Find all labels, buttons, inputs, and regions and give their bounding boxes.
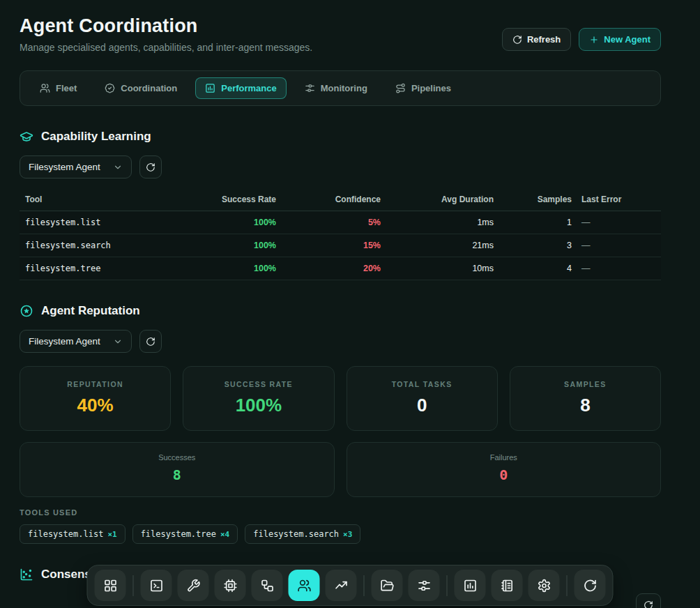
table-row: filesystem.list 100% 5% 1ms 1 — — [20, 211, 661, 234]
tool-chip[interactable]: filesystem.search ×3 — [245, 524, 360, 544]
tab-fleet[interactable]: Fleet — [30, 77, 86, 99]
tool-chip-count: ×3 — [343, 530, 352, 539]
page-header: Agent Coordination Manage specialised ag… — [20, 14, 661, 53]
failures-card: Failures 0 — [347, 442, 662, 497]
stat-label: TOTAL TASKS — [347, 380, 497, 388]
cell-last-error: — — [572, 257, 661, 280]
dock-settings-button[interactable] — [528, 570, 560, 601]
column-header-last-error: Last Error — [572, 189, 661, 211]
cell-last-error: — — [572, 211, 661, 234]
reload-reputation-button[interactable] — [139, 330, 162, 353]
tool-chip-name: filesystem.search — [253, 529, 339, 539]
column-header-samples: Samples — [494, 189, 572, 211]
folder-open-icon — [380, 579, 394, 593]
tab-pipelines[interactable]: Pipelines — [386, 77, 461, 99]
dock-dashboard-button[interactable] — [95, 570, 126, 601]
tools-used-chips: filesystem.list ×1 filesystem.tree ×4 fi… — [20, 524, 661, 544]
star-badge-icon — [20, 304, 33, 318]
cell-confidence: 5% — [276, 211, 381, 234]
table-row: filesystem.tree 100% 20% 10ms 4 — — [20, 257, 661, 280]
trending-up-icon — [334, 579, 348, 593]
cell-avg-duration: 10ms — [381, 257, 494, 280]
column-header-avg-duration: Avg Duration — [381, 189, 494, 211]
cell-samples: 3 — [494, 234, 572, 257]
stat-value: 8 — [510, 395, 660, 416]
settings-icon — [537, 579, 551, 593]
tab-monitoring[interactable]: Monitoring — [295, 77, 377, 99]
table-row: filesystem.search 100% 15% 21ms 3 — — [20, 234, 661, 257]
stat-value: 100% — [183, 395, 333, 416]
new-agent-button[interactable]: New Agent — [579, 28, 661, 51]
rotate-cw-icon — [583, 579, 597, 593]
refresh-icon — [644, 600, 653, 608]
users-icon — [40, 83, 50, 93]
tab-label: Monitoring — [321, 83, 367, 93]
tab-performance[interactable]: Performance — [195, 77, 286, 99]
agent-select-value: Filesystem Agent — [29, 336, 100, 347]
agents-icon — [297, 579, 311, 593]
stat-label: SAMPLES — [510, 380, 660, 388]
workflow-icon — [260, 579, 274, 593]
header-titles: Agent Coordination Manage specialised ag… — [20, 14, 312, 53]
dock-files-button[interactable] — [372, 570, 403, 601]
tool-chip[interactable]: filesystem.tree ×4 — [132, 524, 238, 544]
successes-card: Successes 8 — [20, 442, 335, 497]
dock-logs-button[interactable] — [492, 570, 523, 601]
plus-icon — [589, 35, 599, 45]
stat-card-success-rate: SUCCESS RATE 100% — [183, 366, 334, 431]
refresh-button-label: Refresh — [527, 34, 561, 45]
cpu-icon — [223, 579, 237, 593]
agent-reputation-section: Agent Reputation Filesystem Agent REPUTA… — [20, 304, 661, 544]
refresh-button[interactable]: Refresh — [502, 28, 571, 51]
dock-agents-button[interactable] — [289, 570, 320, 601]
tab-coordination[interactable]: Coordination — [95, 77, 187, 99]
dock-activity-button[interactable] — [326, 570, 357, 601]
tool-chip[interactable]: filesystem.list ×1 — [20, 524, 125, 544]
column-header-tool: Tool — [20, 189, 185, 211]
agent-select[interactable]: Filesystem Agent — [20, 155, 132, 178]
dock-refresh-button[interactable] — [575, 570, 606, 601]
capability-learning-section: Capability Learning Filesystem Agent Too… — [20, 130, 661, 280]
table-header-row: Tool Success Rate Confidence Avg Duratio… — [20, 189, 661, 211]
refresh-icon — [146, 162, 155, 172]
cell-samples: 1 — [494, 211, 572, 234]
outcome-label: Failures — [347, 453, 661, 462]
page-title: Agent Coordination — [20, 15, 312, 37]
dock-divider — [364, 575, 365, 596]
reputation-controls: Filesystem Agent — [20, 330, 661, 353]
cell-success-rate: 100% — [185, 211, 276, 234]
tool-chip-name: filesystem.list — [28, 529, 103, 539]
wrench-icon — [186, 579, 200, 593]
dock-divider — [447, 575, 448, 596]
reload-capabilities-button[interactable] — [139, 155, 162, 178]
badge-icon — [105, 83, 115, 93]
dock-workflow-button[interactable] — [252, 570, 283, 601]
tool-chip-count: ×1 — [107, 530, 116, 539]
cell-confidence: 15% — [276, 234, 381, 257]
tools-used-label: TOOLS USED — [20, 508, 661, 517]
tool-chip-count: ×4 — [220, 530, 229, 539]
dock-monitoring-button[interactable] — [409, 570, 440, 601]
reload-consensus-button[interactable] — [636, 593, 661, 608]
outcome-value: 0 — [347, 466, 661, 483]
reputation-stats: REPUTATION 40% SUCCESS RATE 100% TOTAL T… — [20, 366, 661, 431]
bottom-dock — [87, 565, 614, 606]
chevron-down-icon — [113, 162, 123, 172]
page-subtitle: Manage specialised agents, capabilities,… — [20, 42, 312, 53]
cell-tool: filesystem.list — [20, 211, 185, 234]
dock-tools-button[interactable] — [178, 570, 209, 601]
chart-panel-icon — [205, 83, 215, 93]
cell-samples: 4 — [494, 257, 572, 280]
agent-select[interactable]: Filesystem Agent — [20, 330, 132, 353]
agent-coordination-page: Agent Coordination Manage specialised ag… — [0, 0, 700, 608]
dock-cpu-button[interactable] — [215, 570, 246, 601]
dock-terminal-button[interactable] — [141, 570, 172, 601]
route-icon — [395, 83, 406, 93]
dock-performance-button[interactable] — [455, 570, 486, 601]
section-title: Agent Reputation — [41, 304, 140, 318]
cell-success-rate: 100% — [185, 257, 276, 280]
section-title: Capability Learning — [41, 130, 151, 144]
cell-avg-duration: 21ms — [381, 234, 494, 257]
new-agent-button-label: New Agent — [604, 34, 650, 45]
stat-card-samples: SAMPLES 8 — [510, 366, 661, 431]
